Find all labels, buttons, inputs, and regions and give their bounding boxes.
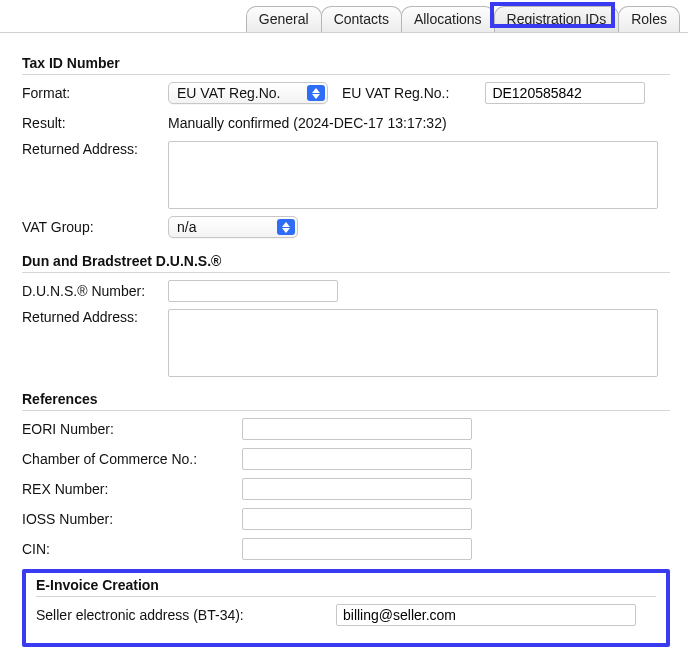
tab-roles[interactable]: Roles	[618, 6, 680, 32]
input-chamber[interactable]	[242, 448, 472, 470]
label-duns-number: D.U.N.S.® Number:	[22, 283, 168, 299]
label-vat-group: VAT Group:	[22, 219, 168, 235]
row-tax-format: Format: EU VAT Reg.No. EU VAT Reg.No.:	[22, 81, 670, 105]
tab-general[interactable]: General	[246, 6, 322, 32]
tab-registration-ids-label: Registration IDs	[507, 11, 607, 27]
input-rex[interactable]	[242, 478, 472, 500]
section-einvoice-title: E-Invoice Creation	[36, 577, 656, 597]
tab-bar: General Contacts Allocations Registratio…	[0, 0, 688, 33]
input-eu-vat-regno[interactable]	[485, 82, 645, 104]
label-tax-format: Format:	[22, 85, 168, 101]
select-vat-group-value: n/a	[177, 219, 196, 235]
section-references-title: References	[22, 391, 670, 411]
row-seller-electronic-address: Seller electronic address (BT-34):	[36, 603, 656, 627]
chevron-updown-icon	[277, 219, 295, 235]
label-duns-returned-address: Returned Address:	[22, 309, 168, 325]
tab-registration-ids[interactable]: Registration IDs	[494, 6, 620, 32]
input-duns-number[interactable]	[168, 280, 338, 302]
textarea-tax-returned-address[interactable]	[168, 141, 658, 209]
row-cin: CIN:	[22, 537, 670, 561]
label-chamber: Chamber of Commerce No.:	[22, 451, 242, 467]
row-duns-returned-address: Returned Address:	[22, 309, 670, 377]
row-tax-returned-address: Returned Address:	[22, 141, 670, 209]
row-eori: EORI Number:	[22, 417, 670, 441]
row-chamber: Chamber of Commerce No.:	[22, 447, 670, 471]
select-tax-format[interactable]: EU VAT Reg.No.	[168, 82, 328, 104]
row-vat-group: VAT Group: n/a	[22, 215, 670, 239]
chevron-updown-icon	[307, 85, 325, 101]
tab-contacts-label: Contacts	[334, 11, 389, 27]
input-cin[interactable]	[242, 538, 472, 560]
label-tax-returned-address: Returned Address:	[22, 141, 168, 157]
tab-roles-label: Roles	[631, 11, 667, 27]
label-tax-result: Result:	[22, 115, 168, 131]
textarea-duns-returned-address[interactable]	[168, 309, 658, 377]
label-eori: EORI Number:	[22, 421, 242, 437]
input-eori[interactable]	[242, 418, 472, 440]
label-eu-vat-regno: EU VAT Reg.No.:	[342, 85, 449, 101]
section-duns-title: Dun and Bradstreet D.U.N.S.®	[22, 253, 670, 273]
label-rex: REX Number:	[22, 481, 242, 497]
input-seller-electronic-address[interactable]	[336, 604, 636, 626]
input-ioss[interactable]	[242, 508, 472, 530]
row-tax-result: Result: Manually confirmed (2024-DEC-17 …	[22, 111, 670, 135]
select-vat-group[interactable]: n/a	[168, 216, 298, 238]
label-cin: CIN:	[22, 541, 242, 557]
label-seller-electronic-address: Seller electronic address (BT-34):	[36, 607, 336, 623]
tab-general-label: General	[259, 11, 309, 27]
highlight-einvoice-section: E-Invoice Creation Seller electronic add…	[22, 569, 670, 647]
row-duns-number: D.U.N.S.® Number:	[22, 279, 670, 303]
value-tax-result: Manually confirmed (2024-DEC-17 13:17:32…	[168, 115, 447, 131]
tab-allocations-label: Allocations	[414, 11, 482, 27]
section-tax-id-title: Tax ID Number	[22, 55, 670, 75]
tab-contacts[interactable]: Contacts	[321, 6, 402, 32]
row-ioss: IOSS Number:	[22, 507, 670, 531]
row-rex: REX Number:	[22, 477, 670, 501]
select-tax-format-value: EU VAT Reg.No.	[177, 85, 280, 101]
label-ioss: IOSS Number:	[22, 511, 242, 527]
tab-allocations[interactable]: Allocations	[401, 6, 495, 32]
